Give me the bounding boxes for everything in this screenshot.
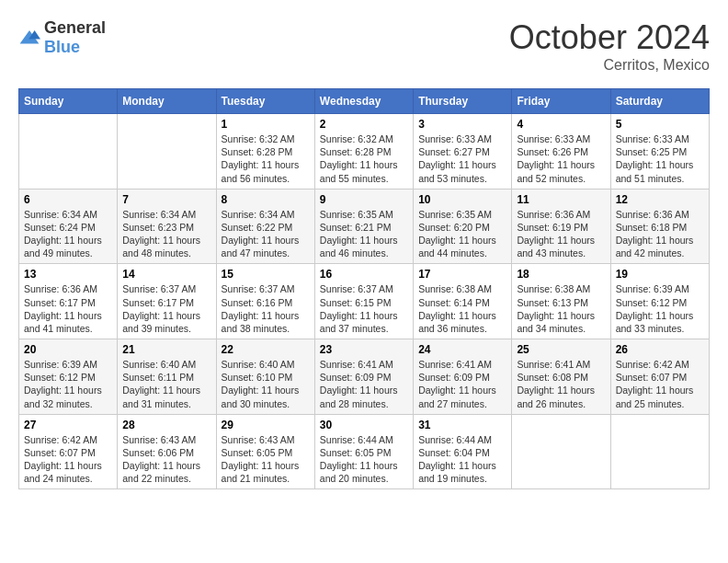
day-number: 25 [517, 343, 605, 356]
calendar-cell: 24Sunrise: 6:41 AMSunset: 6:09 PMDayligh… [414, 339, 512, 415]
day-number: 23 [320, 343, 408, 356]
calendar-cell: 4Sunrise: 6:33 AMSunset: 6:26 PMDaylight… [512, 114, 610, 190]
calendar-cell: 5Sunrise: 6:33 AMSunset: 6:25 PMDaylight… [610, 114, 709, 190]
calendar-cell: 12Sunrise: 6:36 AMSunset: 6:18 PMDayligh… [610, 189, 709, 264]
day-number: 12 [616, 193, 704, 206]
day-number: 22 [222, 343, 310, 356]
day-info: Sunrise: 6:33 AMSunset: 6:26 PMDaylight:… [517, 132, 605, 185]
day-info: Sunrise: 6:39 AMSunset: 6:12 PMDaylight:… [24, 358, 112, 410]
calendar-cell: 13Sunrise: 6:36 AMSunset: 6:17 PMDayligh… [19, 264, 118, 339]
month-year-title: October 2024 [509, 18, 710, 57]
calendar-cell: 16Sunrise: 6:37 AMSunset: 6:15 PMDayligh… [314, 264, 413, 339]
day-number: 15 [222, 268, 310, 281]
day-info: Sunrise: 6:44 AMSunset: 6:04 PMDaylight:… [418, 433, 506, 486]
day-info: Sunrise: 6:35 AMSunset: 6:21 PMDaylight:… [320, 208, 408, 260]
day-number: 24 [418, 343, 506, 356]
day-number: 2 [320, 118, 408, 131]
calendar-cell: 27Sunrise: 6:42 AMSunset: 6:07 PMDayligh… [19, 414, 118, 489]
week-row-2: 6Sunrise: 6:34 AMSunset: 6:24 PMDaylight… [19, 189, 710, 264]
day-info: Sunrise: 6:37 AMSunset: 6:17 PMDaylight:… [122, 282, 210, 335]
day-info: Sunrise: 6:42 AMSunset: 6:07 PMDaylight:… [616, 358, 704, 410]
day-number: 27 [24, 419, 112, 431]
weekday-header-monday: Monday [118, 89, 216, 114]
day-number: 20 [24, 343, 112, 356]
calendar-cell: 28Sunrise: 6:43 AMSunset: 6:06 PMDayligh… [118, 414, 216, 489]
location-subtitle: Cerritos, Mexico [509, 57, 710, 74]
calendar-cell: 21Sunrise: 6:40 AMSunset: 6:11 PMDayligh… [118, 339, 216, 415]
day-number: 13 [24, 268, 112, 281]
calendar-cell: 11Sunrise: 6:36 AMSunset: 6:19 PMDayligh… [512, 189, 610, 264]
weekday-header-saturday: Saturday [610, 89, 709, 114]
day-info: Sunrise: 6:36 AMSunset: 6:17 PMDaylight:… [24, 282, 112, 335]
calendar-cell: 31Sunrise: 6:44 AMSunset: 6:04 PMDayligh… [414, 414, 512, 489]
day-info: Sunrise: 6:34 AMSunset: 6:22 PMDaylight:… [222, 208, 310, 260]
week-row-5: 27Sunrise: 6:42 AMSunset: 6:07 PMDayligh… [19, 414, 710, 489]
day-info: Sunrise: 6:32 AMSunset: 6:28 PMDaylight:… [222, 132, 310, 185]
day-number: 6 [24, 193, 112, 206]
logo-general: General [44, 18, 106, 37]
calendar-cell: 2Sunrise: 6:32 AMSunset: 6:28 PMDaylight… [314, 114, 413, 190]
day-info: Sunrise: 6:42 AMSunset: 6:07 PMDaylight:… [24, 433, 112, 486]
day-info: Sunrise: 6:34 AMSunset: 6:24 PMDaylight:… [24, 208, 112, 260]
day-info: Sunrise: 6:32 AMSunset: 6:28 PMDaylight:… [320, 132, 408, 185]
calendar-cell: 10Sunrise: 6:35 AMSunset: 6:20 PMDayligh… [414, 189, 512, 264]
day-info: Sunrise: 6:43 AMSunset: 6:06 PMDaylight:… [122, 433, 210, 486]
day-info: Sunrise: 6:37 AMSunset: 6:16 PMDaylight:… [222, 282, 310, 335]
calendar-cell: 26Sunrise: 6:42 AMSunset: 6:07 PMDayligh… [610, 339, 709, 415]
logo-icon [18, 27, 40, 49]
day-info: Sunrise: 6:40 AMSunset: 6:11 PMDaylight:… [122, 358, 210, 410]
day-number: 26 [616, 343, 704, 356]
calendar-cell: 22Sunrise: 6:40 AMSunset: 6:10 PMDayligh… [216, 339, 314, 415]
calendar-cell [19, 114, 118, 190]
day-info: Sunrise: 6:43 AMSunset: 6:05 PMDaylight:… [222, 433, 310, 486]
calendar-cell: 25Sunrise: 6:41 AMSunset: 6:08 PMDayligh… [512, 339, 610, 415]
day-number: 9 [320, 193, 408, 206]
day-info: Sunrise: 6:44 AMSunset: 6:05 PMDaylight:… [320, 433, 408, 486]
week-row-1: 1Sunrise: 6:32 AMSunset: 6:28 PMDaylight… [19, 114, 710, 190]
day-number: 31 [418, 419, 506, 431]
calendar-cell: 30Sunrise: 6:44 AMSunset: 6:05 PMDayligh… [314, 414, 413, 489]
logo: General Blue [18, 18, 106, 57]
day-number: 29 [222, 419, 310, 431]
calendar-cell [610, 414, 709, 489]
day-number: 21 [122, 343, 210, 356]
day-info: Sunrise: 6:38 AMSunset: 6:13 PMDaylight:… [517, 282, 605, 335]
day-number: 1 [222, 118, 310, 131]
day-number: 4 [517, 118, 605, 131]
calendar-cell: 6Sunrise: 6:34 AMSunset: 6:24 PMDaylight… [19, 189, 118, 264]
calendar-cell: 7Sunrise: 6:34 AMSunset: 6:23 PMDaylight… [118, 189, 216, 264]
logo-blue: Blue [44, 38, 80, 56]
calendar-cell: 3Sunrise: 6:33 AMSunset: 6:27 PMDaylight… [414, 114, 512, 190]
calendar-cell: 29Sunrise: 6:43 AMSunset: 6:05 PMDayligh… [216, 414, 314, 489]
day-number: 14 [122, 268, 210, 281]
weekday-header-tuesday: Tuesday [216, 89, 314, 114]
day-info: Sunrise: 6:36 AMSunset: 6:19 PMDaylight:… [517, 208, 605, 260]
calendar-table: SundayMondayTuesdayWednesdayThursdayFrid… [18, 88, 710, 489]
weekday-header-sunday: Sunday [19, 89, 118, 114]
calendar-cell: 15Sunrise: 6:37 AMSunset: 6:16 PMDayligh… [216, 264, 314, 339]
day-info: Sunrise: 6:35 AMSunset: 6:20 PMDaylight:… [418, 208, 506, 260]
day-number: 28 [122, 419, 210, 431]
week-row-4: 20Sunrise: 6:39 AMSunset: 6:12 PMDayligh… [19, 339, 710, 415]
day-info: Sunrise: 6:34 AMSunset: 6:23 PMDaylight:… [122, 208, 210, 260]
day-number: 8 [222, 193, 310, 206]
day-number: 16 [320, 268, 408, 281]
day-number: 3 [418, 118, 506, 131]
day-number: 17 [418, 268, 506, 281]
weekday-header-row: SundayMondayTuesdayWednesdayThursdayFrid… [19, 89, 710, 114]
month-title-block: October 2024 Cerritos, Mexico [509, 18, 710, 74]
day-number: 7 [122, 193, 210, 206]
calendar-cell: 9Sunrise: 6:35 AMSunset: 6:21 PMDaylight… [314, 189, 413, 264]
calendar-cell: 14Sunrise: 6:37 AMSunset: 6:17 PMDayligh… [118, 264, 216, 339]
calendar-cell: 1Sunrise: 6:32 AMSunset: 6:28 PMDaylight… [216, 114, 314, 190]
calendar-cell: 23Sunrise: 6:41 AMSunset: 6:09 PMDayligh… [314, 339, 413, 415]
day-info: Sunrise: 6:38 AMSunset: 6:14 PMDaylight:… [418, 282, 506, 335]
day-info: Sunrise: 6:40 AMSunset: 6:10 PMDaylight:… [222, 358, 310, 410]
day-info: Sunrise: 6:33 AMSunset: 6:25 PMDaylight:… [616, 132, 704, 185]
day-info: Sunrise: 6:33 AMSunset: 6:27 PMDaylight:… [418, 132, 506, 185]
day-number: 10 [418, 193, 506, 206]
day-number: 18 [517, 268, 605, 281]
page-header: General Blue October 2024 Cerritos, Mexi… [18, 18, 710, 74]
calendar-cell: 18Sunrise: 6:38 AMSunset: 6:13 PMDayligh… [512, 264, 610, 339]
calendar-cell [118, 114, 216, 190]
